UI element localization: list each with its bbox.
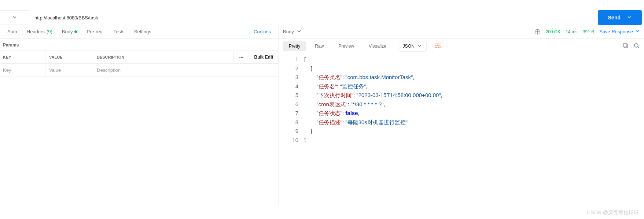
chevron-down-icon [12, 15, 17, 21]
globe-icon[interactable] [535, 29, 540, 34]
svg-point-2 [634, 44, 638, 47]
send-label: Send [608, 15, 621, 21]
more-button[interactable]: ••• [233, 51, 249, 63]
desc-input[interactable]: Description [93, 64, 278, 77]
tab-body[interactable]: Body [62, 29, 77, 34]
response-header: Body 200 OK 14 ms 391 B Save Response [279, 25, 644, 39]
params-header: KEY VALUE DESCRIPTION ••• Bulk Edit [0, 51, 278, 64]
tab-visualize[interactable]: Visualize [363, 41, 392, 51]
save-response-button[interactable]: Save Response [599, 29, 640, 34]
svg-rect-1 [623, 44, 627, 47]
tab-auth[interactable]: Auth [7, 29, 17, 34]
watermark: CSDN @屎壳郎推球球 [587, 209, 639, 216]
code-body: [ { "任务类名": "com.bbs.task.MonitorTask", … [304, 55, 644, 145]
wrap-button[interactable] [432, 41, 444, 52]
response-pane: Body 200 OK 14 ms 391 B Save Response Pr… [279, 25, 644, 205]
tab-raw[interactable]: Raw [309, 41, 330, 51]
copy-icon[interactable] [623, 43, 629, 50]
dot-icon [74, 30, 77, 33]
col-description: DESCRIPTION [93, 51, 233, 63]
bulk-edit-button[interactable]: Bulk Edit [249, 51, 278, 63]
chevron-down-icon [635, 29, 640, 34]
view-icons [623, 43, 640, 50]
value-input[interactable]: Value [45, 64, 93, 77]
response-body-dropdown[interactable]: Body [283, 29, 301, 34]
chevron-down-icon [297, 29, 301, 34]
save-response-label: Save Response [599, 29, 633, 34]
response-size: 391 B [583, 29, 594, 34]
search-icon[interactable] [634, 43, 640, 50]
tab-settings[interactable]: Settings [134, 29, 151, 34]
params-section-label: Params [0, 39, 278, 51]
send-button[interactable]: Send [598, 10, 642, 25]
headers-count: (9) [47, 29, 52, 34]
format-selector[interactable]: JSON [398, 41, 427, 52]
format-label: JSON [403, 44, 415, 49]
chevron-down-icon [627, 15, 632, 21]
url-bar: Send [0, 10, 644, 25]
url-input[interactable] [29, 10, 598, 25]
split-panes: Auth Headers (9) Body Pre-req. Tests Set… [0, 25, 644, 205]
method-dropdown[interactable] [0, 10, 29, 25]
response-meta: 200 OK 14 ms 391 B Save Response [535, 29, 640, 34]
line-gutter: 12345678910 [279, 55, 304, 145]
tab-pretty[interactable]: Pretty [283, 41, 306, 51]
tab-prereq[interactable]: Pre-req. [87, 29, 104, 34]
col-value: VALUE [45, 51, 93, 63]
request-pane: Auth Headers (9) Body Pre-req. Tests Set… [0, 25, 279, 205]
request-tabs: Auth Headers (9) Body Pre-req. Tests Set… [0, 25, 278, 39]
chevron-down-icon [417, 44, 422, 49]
code-area[interactable]: 12345678910 [ { "任务类名": "com.bbs.task.Mo… [279, 53, 644, 145]
tab-headers[interactable]: Headers (9) [27, 29, 52, 34]
tab-preview[interactable]: Preview [332, 41, 360, 51]
tab-tests[interactable]: Tests [113, 29, 124, 34]
body-drop-label: Body [283, 29, 294, 34]
col-key: KEY [0, 51, 45, 63]
view-tabs: Pretty Raw Preview Visualize JSON [279, 39, 644, 53]
tab-headers-label: Headers [27, 29, 45, 34]
key-input[interactable]: Key [0, 64, 45, 77]
params-row[interactable]: Key Value Description [0, 64, 278, 77]
cookies-link[interactable]: Cookies [254, 29, 271, 34]
status-code: 200 OK [545, 29, 560, 34]
tab-body-label: Body [62, 29, 73, 34]
response-time: 14 ms [566, 29, 578, 34]
